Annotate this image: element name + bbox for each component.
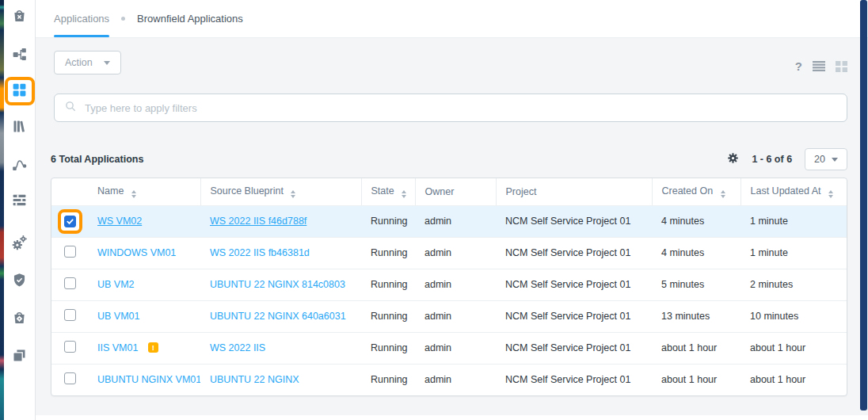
column-header-last-updated-at[interactable]: Last Updated At bbox=[740, 178, 847, 205]
checkbox-highlight-ring bbox=[64, 372, 76, 384]
grid-view-icon[interactable] bbox=[836, 61, 847, 72]
sort-icon bbox=[828, 190, 833, 198]
toolbar: Action ? bbox=[36, 38, 868, 74]
policy-shield-icon bbox=[11, 272, 28, 292]
last-updated-cell: 10 minutes bbox=[740, 300, 847, 332]
column-header-label: Last Updated At bbox=[751, 185, 821, 197]
application-name-link[interactable]: WINDOWS VM01 bbox=[97, 247, 176, 258]
search-icon bbox=[64, 100, 77, 116]
sidebar-item-settings[interactable] bbox=[11, 235, 29, 253]
tab-applications[interactable]: Applications bbox=[54, 0, 109, 37]
column-header-label: Source Blueprint bbox=[211, 185, 284, 197]
application-name-link[interactable]: UB VM2 bbox=[97, 279, 135, 290]
source-blueprint-link[interactable]: WS 2022 IIS f46d788f bbox=[210, 216, 306, 227]
column-header-label: Project bbox=[506, 186, 537, 197]
table-row[interactable]: WINDOWS VM01 WS 2022 IIS fb46381d Runnin… bbox=[51, 237, 847, 269]
column-header-created-on[interactable]: Created On bbox=[652, 178, 740, 205]
application-name-link[interactable]: UBUNTU NGINX VM01 bbox=[97, 374, 200, 385]
row-checkbox[interactable] bbox=[64, 341, 76, 353]
application-name-link[interactable]: IIS VM01 bbox=[97, 342, 138, 353]
created-on-cell: 13 minutes bbox=[652, 300, 740, 332]
sidebar-item-store[interactable] bbox=[11, 8, 29, 25]
row-checkbox[interactable] bbox=[64, 277, 76, 289]
column-header-state[interactable]: State bbox=[361, 178, 415, 205]
filter-bar[interactable] bbox=[54, 94, 847, 122]
table-row[interactable]: UB VM2 UBUNTU 22 NGINX 814c0803 Running … bbox=[51, 269, 847, 300]
project-cell: NCM Self Service Project 01 bbox=[496, 205, 652, 237]
state-cell: Running bbox=[361, 364, 415, 395]
blueprint-nodes-icon bbox=[11, 46, 28, 66]
table-row[interactable]: UBUNTU NGINX VM01 UBUNTU 22 NGINX Runnin… bbox=[51, 364, 847, 395]
tab-brownfield-applications[interactable]: Brownfield Applications bbox=[137, 0, 243, 37]
table-row[interactable]: IIS VM01 ! WS 2022 IIS Running admin NCM… bbox=[51, 332, 847, 364]
column-header-label: Owner bbox=[425, 186, 455, 197]
sidebar-item-applications-active[interactable] bbox=[5, 77, 35, 105]
filter-input[interactable] bbox=[85, 102, 837, 114]
owner-cell: admin bbox=[415, 237, 496, 269]
help-icon[interactable]: ? bbox=[795, 59, 802, 73]
settings-gears-icon bbox=[11, 235, 28, 254]
sort-icon bbox=[131, 190, 136, 198]
pagination-range: 1 - 6 of 6 bbox=[752, 154, 792, 165]
sort-icon bbox=[721, 190, 725, 198]
page-size-dropdown[interactable]: 20 bbox=[805, 148, 847, 170]
sidebar-item-library[interactable] bbox=[11, 119, 29, 136]
application-name-link[interactable]: UB VM01 bbox=[97, 311, 140, 322]
row-checkbox[interactable] bbox=[64, 309, 76, 321]
checkbox-highlight-ring bbox=[64, 277, 76, 289]
store-x-icon bbox=[11, 7, 28, 27]
marketplace-bag-icon bbox=[11, 309, 28, 329]
tab-brownfield-label: Brownfield Applications bbox=[137, 13, 243, 25]
created-on-cell: 4 minutes bbox=[652, 237, 740, 269]
sidebar-item-runbooks[interactable] bbox=[11, 156, 29, 174]
row-checkbox[interactable] bbox=[64, 246, 76, 258]
list-view-icon[interactable] bbox=[813, 61, 825, 71]
warning-icon: ! bbox=[148, 342, 158, 353]
total-applications-count: 6 Total Applications bbox=[51, 154, 143, 165]
action-dropdown-button[interactable]: Action bbox=[54, 51, 121, 74]
tab-applications-label: Applications bbox=[54, 13, 109, 25]
scrollbar-thumb[interactable] bbox=[860, 0, 867, 410]
source-blueprint-link[interactable]: WS 2022 IIS fb46381d bbox=[210, 247, 310, 258]
column-settings-gear-icon[interactable] bbox=[727, 152, 739, 167]
column-header-label: Name bbox=[97, 185, 124, 197]
column-header-name[interactable]: Name bbox=[88, 178, 200, 205]
owner-cell: admin bbox=[415, 205, 496, 237]
row-checkbox[interactable] bbox=[64, 372, 76, 384]
sidebar-item-marketplace[interactable] bbox=[11, 310, 29, 327]
last-updated-cell: about 1 hour bbox=[740, 332, 847, 364]
table-row[interactable]: WS VM02 WS 2022 IIS f46d788f Running adm… bbox=[51, 205, 847, 237]
row-checkbox[interactable] bbox=[64, 216, 76, 227]
active-item-highlight-ring bbox=[5, 77, 35, 105]
applications-table-card: Name Source Blueprint State Owner Projec… bbox=[51, 178, 847, 396]
sidebar-item-infrastructure[interactable] bbox=[11, 193, 29, 210]
sidebar-item-blueprints[interactable] bbox=[11, 47, 29, 64]
source-blueprint-link[interactable]: UBUNTU 22 NGINX bbox=[210, 374, 299, 385]
sidebar-item-policies[interactable] bbox=[11, 273, 29, 290]
project-cell: NCM Self Service Project 01 bbox=[496, 332, 652, 364]
sidebar-item-projects[interactable] bbox=[11, 348, 29, 365]
column-header-owner: Owner bbox=[415, 178, 496, 205]
view-controls: ? bbox=[795, 59, 847, 74]
select-all-header-cell bbox=[51, 178, 88, 205]
chevron-down-icon bbox=[832, 158, 838, 162]
table-row[interactable]: UB VM01 UBUNTU 22 NGINX 640a6031 Running… bbox=[51, 300, 847, 332]
column-header-label: State bbox=[371, 185, 394, 197]
created-on-cell: about 1 hour bbox=[652, 332, 740, 364]
state-cell: Running bbox=[361, 237, 415, 269]
source-blueprint-link[interactable]: UBUNTU 22 NGINX 814c0803 bbox=[210, 279, 345, 290]
source-blueprint-link[interactable]: WS 2022 IIS bbox=[210, 342, 265, 353]
column-header-source-blueprint[interactable]: Source Blueprint bbox=[200, 178, 361, 205]
checkbox-highlight-ring bbox=[64, 341, 76, 353]
sidebar bbox=[4, 0, 36, 420]
application-name-link[interactable]: WS VM02 bbox=[97, 216, 142, 227]
last-updated-cell: about 1 hour bbox=[740, 364, 847, 395]
last-updated-cell: 2 minutes bbox=[740, 269, 847, 300]
applications-grid-icon bbox=[11, 82, 28, 101]
owner-cell: admin bbox=[415, 332, 496, 364]
owner-cell: admin bbox=[415, 300, 496, 332]
tab-separator-dot bbox=[121, 17, 125, 21]
project-cell: NCM Self Service Project 01 bbox=[496, 364, 652, 395]
checkbox-highlight-ring bbox=[58, 209, 82, 234]
source-blueprint-link[interactable]: UBUNTU 22 NGINX 640a6031 bbox=[210, 311, 346, 322]
